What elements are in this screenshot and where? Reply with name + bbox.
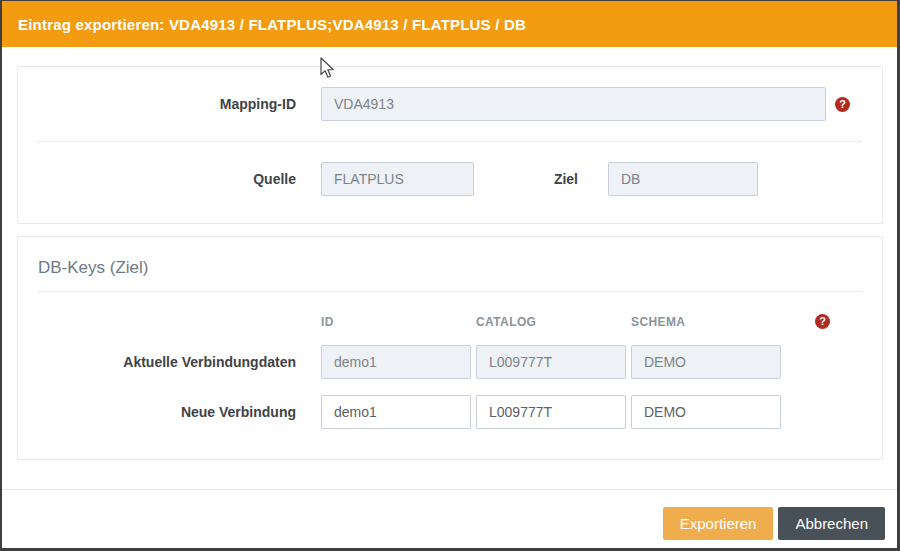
footer: Exportieren Abbrechen [2,490,897,540]
dialog-titlebar: Eintrag exportieren: VDA4913 / FLATPLUS;… [2,1,897,47]
export-dialog: Eintrag exportieren: VDA4913 / FLATPLUS;… [0,0,900,551]
column-header-schema: SCHEMA [631,315,781,329]
table-row-current-connection: Aktuelle Verbindungdaten [38,345,862,379]
help-icon[interactable]: ? [815,314,830,329]
column-header-catalog: CATALOG [476,315,626,329]
current-connection-label: Aktuelle Verbindungdaten [38,354,296,370]
export-button[interactable]: Exportieren [663,507,774,540]
new-catalog-input[interactable] [476,395,626,429]
quelle-ziel-row: Quelle Ziel [38,162,862,196]
mapping-panel: Mapping-ID ? Quelle Ziel [17,66,883,224]
quelle-label: Quelle [38,171,296,187]
quelle-input [321,162,474,196]
cancel-button[interactable]: Abbrechen [778,507,885,540]
table-row-new-connection: Neue Verbindung [38,395,862,429]
current-id-input [321,345,471,379]
db-keys-table: ID CATALOG SCHEMA ? Aktuelle Verbindungd… [38,314,862,429]
current-schema-input [631,345,781,379]
db-keys-title: DB-Keys (Ziel) [38,257,862,292]
column-header-row: ID CATALOG SCHEMA ? [38,314,862,329]
db-keys-panel: DB-Keys (Ziel) ID CATALOG SCHEMA ? Aktue… [17,236,883,460]
new-connection-label: Neue Verbindung [38,404,296,420]
mapping-id-input [321,87,826,121]
ziel-input [608,162,758,196]
ziel-label: Ziel [474,171,578,187]
dialog-title: Eintrag exportieren: VDA4913 / FLATPLUS;… [18,16,526,33]
new-schema-input[interactable] [631,395,781,429]
column-header-id: ID [321,315,471,329]
panel-divider [38,141,862,142]
new-id-input[interactable] [321,395,471,429]
help-icon[interactable]: ? [835,97,850,112]
mapping-id-label: Mapping-ID [38,96,296,112]
mapping-id-row: Mapping-ID ? [38,87,862,121]
current-catalog-input [476,345,626,379]
